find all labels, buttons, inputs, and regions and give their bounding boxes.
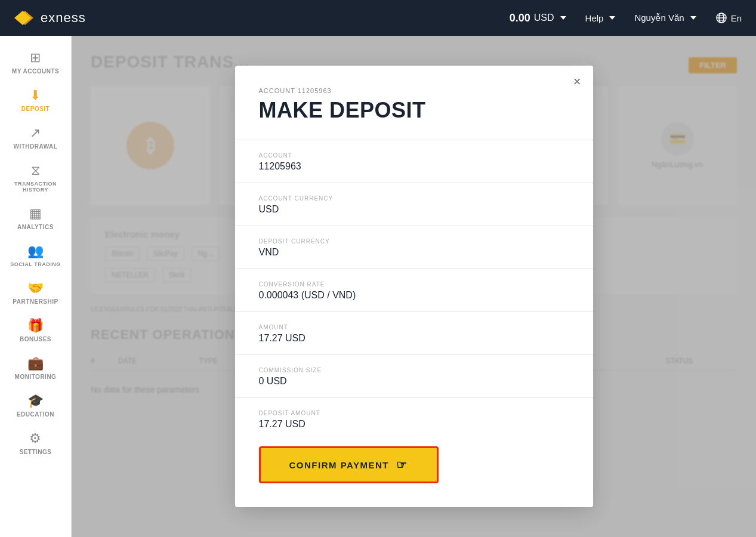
balance-display[interactable]: 0.00 USD [510, 12, 566, 24]
field-account-currency-value: USD [259, 204, 569, 215]
field-amount: AMOUNT 17.27 USD [259, 324, 569, 344]
divider-2 [235, 226, 593, 226]
user-name: Nguyễn Văn [634, 13, 684, 23]
sidebar-label-deposit: DEPOSIT [21, 106, 50, 112]
divider-4 [235, 311, 593, 312]
sidebar: ⊞ MY ACCOUNTS ⬇ DEPOSIT ↗ WITHDRAWAL ⧖ T… [0, 36, 72, 537]
sidebar-item-settings[interactable]: ⚙ SETTINGS [0, 426, 71, 461]
sidebar-label-social-trading: SOCIAL TRADING [10, 261, 60, 267]
field-deposit-currency-label: DEPOSIT CURRENCY [259, 238, 569, 245]
help-menu[interactable]: Help [585, 13, 616, 23]
topnav-right: 0.00 USD Help Nguyễn Văn En [510, 12, 742, 24]
sidebar-label-withdrawal: WITHDRAWAL [14, 143, 58, 150]
field-conversion-rate: CONVERSION RATE 0.000043 (USD / VND) [259, 281, 569, 301]
field-conversion-rate-value: 0.000043 (USD / VND) [259, 290, 569, 301]
education-icon: 🎓 [27, 394, 44, 408]
balance-amount: 0.00 [510, 12, 530, 24]
main-layout: ⊞ MY ACCOUNTS ⬇ DEPOSIT ↗ WITHDRAWAL ⧖ T… [0, 36, 756, 537]
history-icon: ⧖ [31, 164, 40, 177]
sidebar-label-my-accounts: MY ACCOUNTS [12, 68, 59, 75]
field-amount-value: 17.27 USD [259, 333, 569, 344]
main-content: DEPOSIT TRANS... FILTER ₿ Mastercard VIS… [72, 36, 756, 537]
modal-title: MAKE DEPOSIT [259, 98, 569, 123]
sidebar-label-settings: SETTINGS [19, 449, 51, 455]
sidebar-item-partnership[interactable]: 🤝 PARTNERSHIP [0, 276, 71, 311]
balance-currency: USD [534, 13, 554, 23]
field-commission-value: 0 USD [259, 376, 569, 387]
logo[interactable]: exness [14, 10, 86, 26]
sidebar-item-withdrawal[interactable]: ↗ WITHDRAWAL [0, 121, 71, 156]
modal-divider [235, 140, 593, 140]
field-account-currency-label: ACCOUNT CURRENCY [259, 195, 569, 202]
field-commission-label: COMMISSION SIZE [259, 367, 569, 374]
field-deposit-amount-value: 17.27 USD [259, 419, 569, 430]
language-menu[interactable]: En [715, 12, 742, 24]
top-navigation: exness 0.00 USD Help Nguyễn Văn En [0, 0, 756, 36]
sidebar-label-transaction-history: TRANSACTION HISTORY [5, 181, 66, 193]
divider-3 [235, 268, 593, 269]
sidebar-label-bonuses: BONUSES [20, 336, 51, 342]
divider-5 [235, 354, 593, 355]
confirm-payment-button[interactable]: CONFIRM PAYMENT ☞ [259, 446, 439, 483]
help-chevron-icon [609, 16, 615, 20]
lang-label: En [731, 13, 742, 23]
field-commission: COMMISSION SIZE 0 USD [259, 367, 569, 387]
analytics-icon: ▦ [29, 207, 42, 220]
user-menu[interactable]: Nguyễn Văn [634, 13, 696, 23]
help-label: Help [585, 13, 604, 23]
field-deposit-currency-value: VND [259, 247, 569, 258]
field-deposit-amount: DEPOSIT AMOUNT 17.27 USD [259, 410, 569, 430]
cursor-icon: ☞ [396, 458, 408, 472]
make-deposit-modal: × ACCOUNT 11205963 MAKE DEPOSIT ACCOUNT … [235, 66, 593, 507]
monitoring-icon: 💼 [27, 357, 44, 370]
confirm-button-wrapper: CONFIRM PAYMENT ☞ [259, 446, 569, 483]
sidebar-label-monitoring: MONITORING [15, 374, 57, 380]
field-account-value: 11205963 [259, 161, 569, 172]
field-conversion-rate-label: CONVERSION RATE [259, 281, 569, 288]
user-chevron-icon [690, 16, 696, 20]
divider-1 [235, 183, 593, 183]
field-account: ACCOUNT 11205963 [259, 152, 569, 172]
sidebar-label-analytics: ANALYTICS [17, 224, 54, 230]
divider-6 [235, 397, 593, 398]
field-account-label: ACCOUNT [259, 152, 569, 159]
logo-text: exness [41, 10, 86, 26]
bonuses-icon: 🎁 [27, 319, 44, 332]
field-deposit-amount-label: DEPOSIT AMOUNT [259, 410, 569, 416]
sidebar-item-education[interactable]: 🎓 EDUCATION [0, 388, 71, 424]
sidebar-item-transaction-history[interactable]: ⧖ TRANSACTION HISTORY [0, 158, 71, 199]
field-deposit-currency: DEPOSIT CURRENCY VND [259, 238, 569, 258]
accounts-icon: ⊞ [30, 51, 41, 64]
sidebar-item-my-accounts[interactable]: ⊞ MY ACCOUNTS [0, 45, 71, 81]
modal-overlay: × ACCOUNT 11205963 MAKE DEPOSIT ACCOUNT … [72, 36, 756, 537]
balance-chevron-icon [560, 16, 566, 20]
field-amount-label: AMOUNT [259, 324, 569, 331]
sidebar-item-social-trading[interactable]: 👥 SOCIAL TRADING [0, 239, 71, 273]
partnership-icon: 🤝 [27, 282, 44, 295]
sidebar-item-bonuses[interactable]: 🎁 BONUSES [0, 313, 71, 348]
sidebar-item-deposit[interactable]: ⬇ DEPOSIT [0, 83, 71, 118]
withdrawal-icon: ↗ [30, 126, 41, 140]
confirm-button-label: CONFIRM PAYMENT [289, 460, 390, 470]
modal-account-label: ACCOUNT 11205963 [259, 87, 569, 94]
sidebar-item-analytics[interactable]: ▦ ANALYTICS [0, 201, 71, 236]
social-icon: 👥 [27, 245, 44, 258]
sidebar-label-partnership: PARTNERSHIP [13, 298, 58, 305]
sidebar-item-monitoring[interactable]: 💼 MONITORING [0, 351, 71, 386]
deposit-icon: ⬇ [30, 89, 41, 102]
settings-icon: ⚙ [29, 432, 41, 445]
field-account-currency: ACCOUNT CURRENCY USD [259, 195, 569, 215]
modal-close-button[interactable]: × [573, 75, 581, 88]
sidebar-label-education: EDUCATION [17, 411, 54, 418]
